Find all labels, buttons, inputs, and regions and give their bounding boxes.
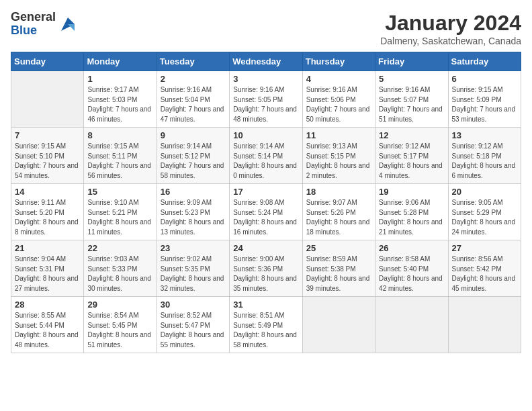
- cell-info: Sunrise: 9:05 AMSunset: 5:29 PMDaylight:…: [452, 198, 517, 237]
- calendar-table: SundayMondayTuesdayWednesdayThursdayFrid…: [11, 52, 521, 353]
- day-number: 1: [87, 74, 152, 84]
- cell-info: Sunrise: 8:54 AMSunset: 5:45 PMDaylight:…: [87, 311, 152, 350]
- day-of-week-header: Sunday: [11, 52, 84, 71]
- day-number: 16: [161, 187, 226, 197]
- cell-info: Sunrise: 9:08 AMSunset: 5:24 PMDaylight:…: [233, 198, 298, 237]
- cell-info: Sunrise: 9:07 AMSunset: 5:26 PMDaylight:…: [306, 198, 371, 237]
- cell-info: Sunrise: 9:12 AMSunset: 5:18 PMDaylight:…: [452, 142, 517, 181]
- calendar-cell: 29Sunrise: 8:54 AMSunset: 5:45 PMDayligh…: [84, 297, 157, 353]
- cell-info: Sunrise: 9:02 AMSunset: 5:35 PMDaylight:…: [161, 255, 226, 293]
- day-number: 21: [15, 243, 80, 253]
- day-number: 19: [379, 187, 444, 197]
- calendar-cell: 12Sunrise: 9:12 AMSunset: 5:17 PMDayligh…: [375, 128, 448, 184]
- calendar-cell: 25Sunrise: 8:59 AMSunset: 5:38 PMDayligh…: [302, 240, 375, 297]
- day-number: 20: [452, 187, 517, 197]
- calendar-cell: 11Sunrise: 9:13 AMSunset: 5:15 PMDayligh…: [302, 128, 375, 184]
- day-number: 13: [452, 130, 517, 140]
- calendar-cell: 1Sunrise: 9:17 AMSunset: 5:03 PMDaylight…: [84, 71, 157, 128]
- calendar-week-row: 14Sunrise: 9:11 AMSunset: 5:20 PMDayligh…: [11, 184, 521, 240]
- cell-info: Sunrise: 9:11 AMSunset: 5:20 PMDaylight:…: [15, 198, 80, 237]
- calendar-cell: 23Sunrise: 9:02 AMSunset: 5:35 PMDayligh…: [157, 240, 229, 297]
- calendar-cell: 22Sunrise: 9:03 AMSunset: 5:33 PMDayligh…: [84, 240, 157, 297]
- cell-info: Sunrise: 8:59 AMSunset: 5:38 PMDaylight:…: [306, 255, 371, 293]
- day-number: 29: [87, 300, 152, 310]
- day-number: 31: [233, 300, 298, 310]
- cell-info: Sunrise: 9:14 AMSunset: 5:12 PMDaylight:…: [161, 142, 226, 181]
- cell-info: Sunrise: 9:16 AMSunset: 5:05 PMDaylight:…: [233, 85, 298, 124]
- day-number: 2: [161, 74, 226, 84]
- day-number: 7: [15, 130, 80, 140]
- logo-icon: [58, 15, 77, 34]
- day-number: 15: [87, 187, 152, 197]
- page-header: General Blue January 2024 Dalmeny, Saska…: [11, 11, 521, 46]
- cell-info: Sunrise: 8:56 AMSunset: 5:42 PMDaylight:…: [452, 255, 517, 293]
- calendar-week-row: 1Sunrise: 9:17 AMSunset: 5:03 PMDaylight…: [11, 71, 521, 128]
- calendar-week-row: 7Sunrise: 9:15 AMSunset: 5:10 PMDaylight…: [11, 128, 521, 184]
- day-number: 8: [87, 130, 152, 140]
- cell-info: Sunrise: 9:16 AMSunset: 5:06 PMDaylight:…: [306, 85, 371, 124]
- cell-info: Sunrise: 9:12 AMSunset: 5:17 PMDaylight:…: [379, 142, 444, 181]
- cell-info: Sunrise: 8:51 AMSunset: 5:49 PMDaylight:…: [233, 311, 298, 350]
- day-number: 12: [379, 130, 444, 140]
- day-of-week-header: Wednesday: [230, 52, 302, 71]
- cell-info: Sunrise: 9:17 AMSunset: 5:03 PMDaylight:…: [87, 85, 152, 124]
- calendar-cell: 16Sunrise: 9:09 AMSunset: 5:23 PMDayligh…: [157, 184, 229, 240]
- cell-info: Sunrise: 9:15 AMSunset: 5:09 PMDaylight:…: [452, 85, 517, 124]
- calendar-cell: 20Sunrise: 9:05 AMSunset: 5:29 PMDayligh…: [448, 184, 521, 240]
- calendar-cell: 5Sunrise: 9:16 AMSunset: 5:07 PMDaylight…: [375, 71, 448, 128]
- day-number: 26: [379, 243, 444, 253]
- cell-info: Sunrise: 9:16 AMSunset: 5:07 PMDaylight:…: [379, 85, 444, 124]
- cell-info: Sunrise: 9:06 AMSunset: 5:28 PMDaylight:…: [379, 198, 444, 237]
- calendar-cell: 9Sunrise: 9:14 AMSunset: 5:12 PMDaylight…: [157, 128, 229, 184]
- cell-info: Sunrise: 9:16 AMSunset: 5:04 PMDaylight:…: [161, 85, 226, 124]
- cell-info: Sunrise: 8:52 AMSunset: 5:47 PMDaylight:…: [161, 311, 226, 350]
- calendar-cell: 7Sunrise: 9:15 AMSunset: 5:10 PMDaylight…: [11, 128, 84, 184]
- day-number: 5: [379, 74, 444, 84]
- calendar-cell: 15Sunrise: 9:10 AMSunset: 5:21 PMDayligh…: [84, 184, 157, 240]
- cell-info: Sunrise: 9:03 AMSunset: 5:33 PMDaylight:…: [87, 255, 152, 293]
- calendar-cell: 17Sunrise: 9:08 AMSunset: 5:24 PMDayligh…: [230, 184, 302, 240]
- cell-info: Sunrise: 8:55 AMSunset: 5:44 PMDaylight:…: [15, 311, 80, 350]
- calendar-cell: [302, 297, 375, 353]
- logo: General Blue: [11, 11, 77, 38]
- calendar-cell: 31Sunrise: 8:51 AMSunset: 5:49 PMDayligh…: [230, 297, 302, 353]
- calendar-cell: 3Sunrise: 9:16 AMSunset: 5:05 PMDaylight…: [230, 71, 302, 128]
- calendar-cell: 13Sunrise: 9:12 AMSunset: 5:18 PMDayligh…: [448, 128, 521, 184]
- day-of-week-header: Thursday: [302, 52, 375, 71]
- calendar-cell: 14Sunrise: 9:11 AMSunset: 5:20 PMDayligh…: [11, 184, 84, 240]
- day-number: 17: [233, 187, 298, 197]
- day-number: 23: [161, 243, 226, 253]
- logo-general: General: [11, 10, 56, 24]
- calendar-cell: 30Sunrise: 8:52 AMSunset: 5:47 PMDayligh…: [157, 297, 229, 353]
- cell-info: Sunrise: 9:15 AMSunset: 5:10 PMDaylight:…: [15, 142, 80, 181]
- day-of-week-header: Friday: [375, 52, 448, 71]
- cell-info: Sunrise: 9:15 AMSunset: 5:11 PMDaylight:…: [87, 142, 152, 181]
- calendar-week-row: 28Sunrise: 8:55 AMSunset: 5:44 PMDayligh…: [11, 297, 521, 353]
- calendar-cell: [375, 297, 448, 353]
- day-number: 4: [306, 74, 371, 84]
- day-of-week-header: Saturday: [448, 52, 521, 71]
- day-number: 22: [87, 243, 152, 253]
- calendar-cell: 18Sunrise: 9:07 AMSunset: 5:26 PMDayligh…: [302, 184, 375, 240]
- cell-info: Sunrise: 9:04 AMSunset: 5:31 PMDaylight:…: [15, 255, 80, 293]
- calendar-cell: 19Sunrise: 9:06 AMSunset: 5:28 PMDayligh…: [375, 184, 448, 240]
- calendar-cell: 21Sunrise: 9:04 AMSunset: 5:31 PMDayligh…: [11, 240, 84, 297]
- calendar-week-row: 21Sunrise: 9:04 AMSunset: 5:31 PMDayligh…: [11, 240, 521, 297]
- calendar-cell: 10Sunrise: 9:14 AMSunset: 5:14 PMDayligh…: [230, 128, 302, 184]
- cell-info: Sunrise: 9:13 AMSunset: 5:15 PMDaylight:…: [306, 142, 371, 181]
- calendar-header-row: SundayMondayTuesdayWednesdayThursdayFrid…: [11, 52, 521, 71]
- calendar-cell: 2Sunrise: 9:16 AMSunset: 5:04 PMDaylight…: [157, 71, 229, 128]
- cell-info: Sunrise: 9:00 AMSunset: 5:36 PMDaylight:…: [233, 255, 298, 293]
- day-number: 28: [15, 300, 80, 310]
- day-of-week-header: Monday: [84, 52, 157, 71]
- calendar-cell: 28Sunrise: 8:55 AMSunset: 5:44 PMDayligh…: [11, 297, 84, 353]
- day-number: 18: [306, 187, 371, 197]
- title-block: January 2024 Dalmeny, Saskatchewan, Cana…: [380, 11, 521, 46]
- cell-info: Sunrise: 9:14 AMSunset: 5:14 PMDaylight:…: [233, 142, 298, 181]
- month-title: January 2024: [380, 11, 521, 36]
- day-of-week-header: Tuesday: [157, 52, 229, 71]
- logo-blue: Blue: [11, 24, 37, 37]
- calendar-cell: [448, 297, 521, 353]
- calendar-cell: 24Sunrise: 9:00 AMSunset: 5:36 PMDayligh…: [230, 240, 302, 297]
- calendar-cell: 4Sunrise: 9:16 AMSunset: 5:06 PMDaylight…: [302, 71, 375, 128]
